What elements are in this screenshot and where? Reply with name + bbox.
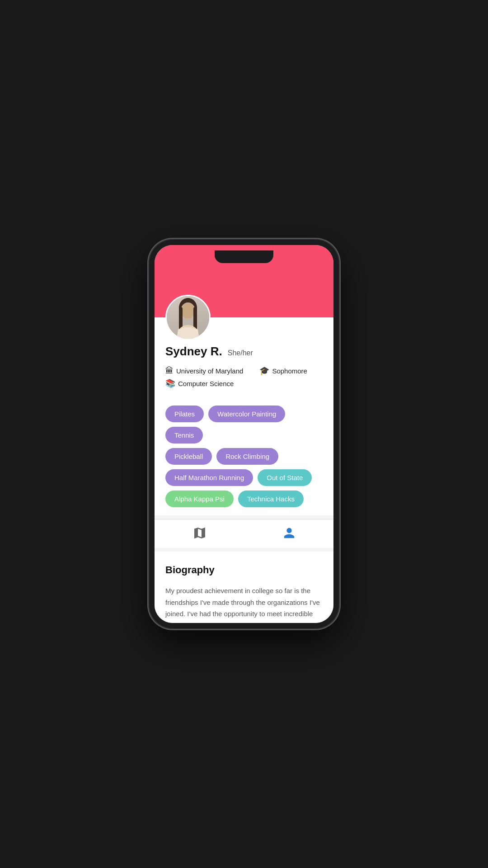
- svg-rect-3: [193, 307, 197, 330]
- tag-tennis[interactable]: Tennis: [165, 427, 203, 443]
- name-row: Sydney R. She/her: [165, 344, 323, 359]
- tag-pilates[interactable]: Pilates: [165, 406, 204, 422]
- major-row: 📚 Computer Science: [165, 378, 323, 388]
- graduation-icon: 🎓: [259, 366, 269, 376]
- tags-row-4: Alpha Kappa Psi Technica Hacks: [165, 491, 323, 507]
- profile-nav-button[interactable]: [283, 527, 296, 542]
- svg-rect-2: [179, 307, 183, 330]
- avatar: [165, 295, 211, 340]
- notch: [215, 250, 273, 263]
- biography-section: Biography My proudest achievement in col…: [155, 552, 333, 623]
- tags-row-1: Pilates Watercolor Painting Tennis: [165, 406, 323, 443]
- tags-row-3: Half Marathon Running Out of State: [165, 469, 323, 486]
- tag-pickleball[interactable]: Pickleball: [165, 448, 212, 465]
- university-icon: 🏛: [165, 366, 174, 376]
- tag-rock-climbing[interactable]: Rock Climbing: [216, 448, 278, 465]
- university-row: 🏛 University of Maryland 🎓 Sophomore: [165, 366, 323, 376]
- tag-half-marathon[interactable]: Half Marathon Running: [165, 469, 253, 486]
- year-label: Sophomore: [272, 367, 307, 375]
- tags-section: Pilates Watercolor Painting Tennis Pickl…: [155, 398, 333, 515]
- major-label: Computer Science: [178, 380, 234, 387]
- map-nav-button[interactable]: [192, 526, 207, 543]
- university-name: University of Maryland: [176, 367, 243, 375]
- tag-alpha-kappa[interactable]: Alpha Kappa Psi: [165, 491, 234, 507]
- phone-frame: Sydney R. She/her 🏛 University of Maryla…: [149, 240, 339, 628]
- tags-row-2: Pickleball Rock Climbing: [165, 448, 323, 465]
- biography-title: Biography: [165, 564, 323, 576]
- bottom-nav: [155, 519, 333, 548]
- phone-screen: Sydney R. She/her 🏛 University of Maryla…: [155, 245, 333, 623]
- screen-content: Sydney R. She/her 🏛 University of Maryla…: [155, 245, 333, 623]
- tag-watercolor[interactable]: Watercolor Painting: [208, 406, 285, 422]
- svg-point-1: [181, 302, 195, 319]
- biography-text: My proudest achievement in college so fa…: [165, 585, 323, 623]
- user-pronouns: She/her: [228, 349, 253, 357]
- tag-out-of-state[interactable]: Out of State: [258, 469, 312, 486]
- user-name: Sydney R.: [165, 344, 222, 359]
- book-icon: 📚: [165, 378, 175, 388]
- tag-technica-hacks[interactable]: Technica Hacks: [238, 491, 304, 507]
